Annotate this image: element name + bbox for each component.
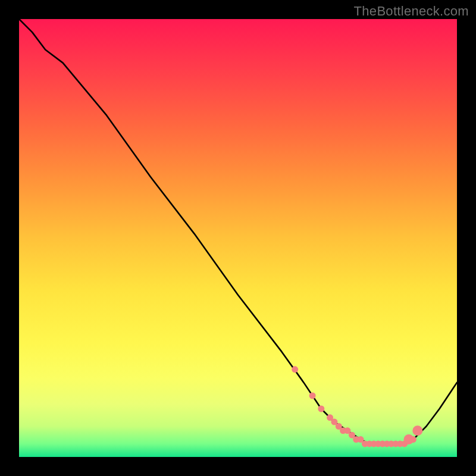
chart-frame: TheBottleneck.com [0,0,476,476]
marker-dot [318,406,324,412]
curve-markers-large [404,425,423,444]
marker-dot [292,366,298,372]
watermark-label: TheBottleneck.com [354,4,469,19]
curve-markers [292,366,421,447]
chart-svg [19,19,457,457]
marker-dot-large [412,425,422,436]
marker-dot-large [404,434,414,444]
curve-line [19,19,457,444]
bottleneck-curve [19,19,457,444]
marker-dot [309,393,316,399]
plot-area [19,19,457,457]
